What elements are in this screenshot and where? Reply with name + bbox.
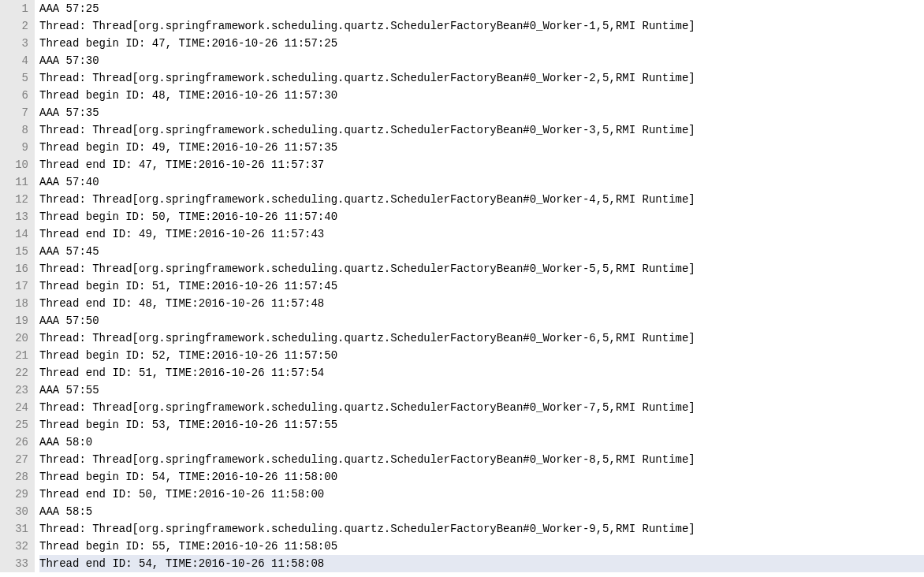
line-number: 6 xyxy=(3,87,28,104)
code-line[interactable]: Thread: Thread[org.springframework.sched… xyxy=(39,121,924,139)
line-number: 31 xyxy=(3,520,28,538)
code-line[interactable]: Thread begin ID: 50, TIME:2016-10-26 11:… xyxy=(39,208,924,225)
line-number: 26 xyxy=(3,434,28,451)
code-line[interactable]: Thread begin ID: 51, TIME:2016-10-26 11:… xyxy=(39,277,924,295)
line-number: 9 xyxy=(3,139,28,156)
code-line[interactable]: AAA 57:55 xyxy=(39,382,924,399)
line-number: 10 xyxy=(3,156,28,173)
line-number: 3 xyxy=(3,35,28,52)
code-editor: 1234567891011121314151617181920212223242… xyxy=(0,0,924,572)
code-line[interactable]: Thread begin ID: 54, TIME:2016-10-26 11:… xyxy=(39,468,924,486)
line-number: 4 xyxy=(3,52,28,69)
line-number: 8 xyxy=(3,121,28,139)
line-number: 30 xyxy=(3,503,28,520)
code-line[interactable]: AAA 57:25 xyxy=(39,0,924,17)
code-line[interactable]: AAA 57:45 xyxy=(39,243,924,260)
line-number: 15 xyxy=(3,243,28,260)
code-line[interactable]: AAA 58:5 xyxy=(39,503,924,520)
code-line[interactable]: Thread end ID: 47, TIME:2016-10-26 11:57… xyxy=(39,156,924,173)
code-line[interactable]: Thread: Thread[org.springframework.sched… xyxy=(39,69,924,87)
line-number-gutter: 1234567891011121314151617181920212223242… xyxy=(0,0,35,572)
line-number: 11 xyxy=(3,173,28,191)
line-number: 20 xyxy=(3,329,28,347)
line-number: 19 xyxy=(3,312,28,329)
line-number: 29 xyxy=(3,486,28,503)
code-line[interactable]: Thread: Thread[org.springframework.sched… xyxy=(39,399,924,416)
line-number: 24 xyxy=(3,399,28,416)
line-number: 33 xyxy=(3,555,28,572)
line-number: 28 xyxy=(3,468,28,486)
code-line[interactable]: Thread begin ID: 52, TIME:2016-10-26 11:… xyxy=(39,347,924,364)
line-number: 17 xyxy=(3,277,28,295)
code-line[interactable]: Thread begin ID: 49, TIME:2016-10-26 11:… xyxy=(39,139,924,156)
line-number: 2 xyxy=(3,17,28,35)
line-number: 13 xyxy=(3,208,28,225)
code-line[interactable]: AAA 57:50 xyxy=(39,312,924,329)
line-number: 27 xyxy=(3,451,28,468)
code-line[interactable]: Thread end ID: 54, TIME:2016-10-26 11:58… xyxy=(39,555,924,572)
code-line[interactable]: AAA 57:30 xyxy=(39,52,924,69)
line-number: 21 xyxy=(3,347,28,364)
code-line[interactable]: Thread: Thread[org.springframework.sched… xyxy=(39,191,924,208)
code-line[interactable]: Thread: Thread[org.springframework.sched… xyxy=(39,260,924,277)
code-area[interactable]: AAA 57:25Thread: Thread[org.springframew… xyxy=(35,0,924,572)
line-number: 25 xyxy=(3,416,28,434)
code-line[interactable]: Thread: Thread[org.springframework.sched… xyxy=(39,17,924,35)
code-line[interactable]: Thread begin ID: 55, TIME:2016-10-26 11:… xyxy=(39,538,924,555)
code-line[interactable]: Thread: Thread[org.springframework.sched… xyxy=(39,329,924,347)
line-number: 14 xyxy=(3,225,28,243)
code-line[interactable]: Thread end ID: 49, TIME:2016-10-26 11:57… xyxy=(39,225,924,243)
code-line[interactable]: Thread begin ID: 48, TIME:2016-10-26 11:… xyxy=(39,87,924,104)
code-line[interactable]: Thread end ID: 48, TIME:2016-10-26 11:57… xyxy=(39,295,924,312)
code-line[interactable]: AAA 57:35 xyxy=(39,104,924,121)
line-number: 23 xyxy=(3,382,28,399)
code-line[interactable]: Thread: Thread[org.springframework.sched… xyxy=(39,520,924,538)
line-number: 18 xyxy=(3,295,28,312)
line-number: 22 xyxy=(3,364,28,382)
code-line[interactable]: AAA 57:40 xyxy=(39,173,924,191)
line-number: 5 xyxy=(3,69,28,87)
code-line[interactable]: Thread begin ID: 53, TIME:2016-10-26 11:… xyxy=(39,416,924,434)
code-line[interactable]: Thread: Thread[org.springframework.sched… xyxy=(39,451,924,468)
code-line[interactable]: Thread end ID: 50, TIME:2016-10-26 11:58… xyxy=(39,486,924,503)
code-line[interactable]: Thread begin ID: 47, TIME:2016-10-26 11:… xyxy=(39,35,924,52)
line-number: 16 xyxy=(3,260,28,277)
line-number: 32 xyxy=(3,538,28,555)
line-number: 7 xyxy=(3,104,28,121)
line-number: 1 xyxy=(3,0,28,17)
line-number: 12 xyxy=(3,191,28,208)
code-line[interactable]: AAA 58:0 xyxy=(39,434,924,451)
code-line[interactable]: Thread end ID: 51, TIME:2016-10-26 11:57… xyxy=(39,364,924,382)
